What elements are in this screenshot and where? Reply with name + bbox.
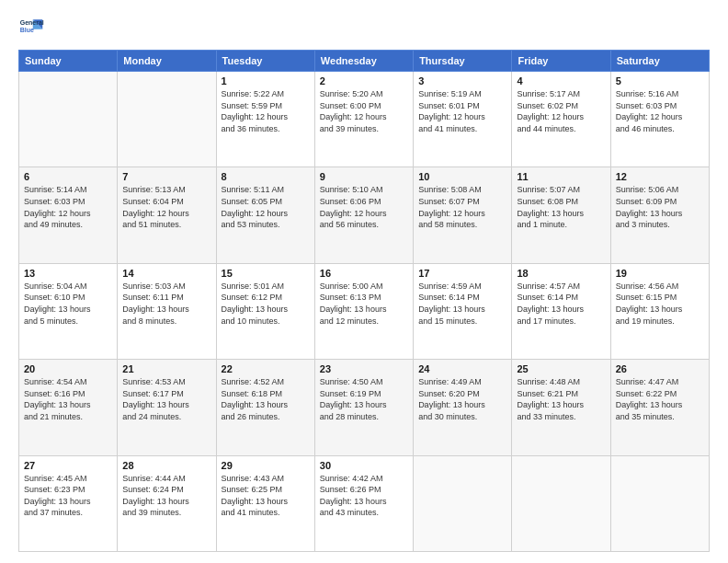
day-number: 11 [517, 171, 605, 182]
calendar-cell: 29Sunrise: 4:43 AM Sunset: 6:25 PM Dayli… [216, 455, 314, 551]
calendar-cell: 25Sunrise: 4:48 AM Sunset: 6:21 PM Dayli… [512, 360, 610, 455]
weekday-header-thursday: Thursday [414, 51, 512, 72]
weekday-header-saturday: Saturday [610, 51, 709, 72]
day-number: 7 [122, 171, 210, 182]
weekday-header-tuesday: Tuesday [216, 51, 314, 72]
day-number: 26 [616, 363, 704, 374]
day-number: 19 [616, 268, 704, 279]
svg-text:General: General [20, 19, 44, 26]
day-info: Sunrise: 5:07 AM Sunset: 6:08 PM Dayligh… [517, 184, 605, 230]
day-info: Sunrise: 4:45 AM Sunset: 6:23 PM Dayligh… [24, 473, 112, 519]
calendar-cell [118, 72, 216, 167]
calendar-cell: 22Sunrise: 4:52 AM Sunset: 6:18 PM Dayli… [216, 360, 314, 455]
day-info: Sunrise: 5:19 AM Sunset: 6:01 PM Dayligh… [418, 88, 506, 134]
day-number: 14 [122, 268, 210, 279]
calendar-cell: 2Sunrise: 5:20 AM Sunset: 6:00 PM Daylig… [314, 72, 413, 167]
day-info: Sunrise: 4:52 AM Sunset: 6:18 PM Dayligh… [222, 376, 310, 422]
day-number: 18 [517, 268, 605, 279]
day-info: Sunrise: 5:22 AM Sunset: 5:59 PM Dayligh… [222, 88, 310, 134]
day-info: Sunrise: 4:59 AM Sunset: 6:14 PM Dayligh… [418, 281, 506, 327]
calendar-cell: 18Sunrise: 4:57 AM Sunset: 6:14 PM Dayli… [512, 263, 610, 359]
header: General Blue [18, 15, 710, 40]
calendar-cell: 27Sunrise: 4:45 AM Sunset: 6:23 PM Dayli… [19, 455, 118, 551]
day-info: Sunrise: 4:42 AM Sunset: 6:26 PM Dayligh… [320, 473, 408, 519]
day-info: Sunrise: 5:16 AM Sunset: 6:03 PM Dayligh… [616, 88, 704, 134]
day-number: 21 [122, 363, 210, 374]
calendar-cell: 17Sunrise: 4:59 AM Sunset: 6:14 PM Dayli… [414, 263, 512, 359]
calendar-cell: 15Sunrise: 5:01 AM Sunset: 6:12 PM Dayli… [216, 263, 314, 359]
calendar-cell: 12Sunrise: 5:06 AM Sunset: 6:09 PM Dayli… [610, 167, 709, 263]
calendar-cell [19, 72, 118, 167]
calendar-week-row: 6Sunrise: 5:14 AM Sunset: 6:03 PM Daylig… [19, 167, 710, 263]
calendar-cell: 16Sunrise: 5:00 AM Sunset: 6:13 PM Dayli… [314, 263, 413, 359]
day-info: Sunrise: 5:20 AM Sunset: 6:00 PM Dayligh… [320, 88, 408, 134]
calendar-cell: 28Sunrise: 4:44 AM Sunset: 6:24 PM Dayli… [118, 455, 216, 551]
weekday-header-friday: Friday [512, 51, 610, 72]
calendar-cell: 8Sunrise: 5:11 AM Sunset: 6:05 PM Daylig… [216, 167, 314, 263]
calendar-cell: 11Sunrise: 5:07 AM Sunset: 6:08 PM Dayli… [512, 167, 610, 263]
calendar-cell [512, 455, 610, 551]
calendar-cell: 6Sunrise: 5:14 AM Sunset: 6:03 PM Daylig… [19, 167, 118, 263]
day-info: Sunrise: 4:49 AM Sunset: 6:20 PM Dayligh… [418, 376, 506, 422]
calendar-cell: 3Sunrise: 5:19 AM Sunset: 6:01 PM Daylig… [414, 72, 512, 167]
day-number: 16 [320, 268, 408, 279]
day-number: 25 [517, 363, 605, 374]
day-number: 27 [24, 460, 112, 471]
day-info: Sunrise: 5:08 AM Sunset: 6:07 PM Dayligh… [418, 184, 506, 230]
day-number: 1 [222, 75, 310, 86]
svg-text:Blue: Blue [20, 27, 34, 33]
day-number: 2 [320, 75, 408, 86]
day-number: 23 [320, 363, 408, 374]
weekday-header-wednesday: Wednesday [314, 51, 413, 72]
day-info: Sunrise: 4:44 AM Sunset: 6:24 PM Dayligh… [122, 473, 210, 519]
day-number: 12 [616, 171, 704, 182]
day-info: Sunrise: 5:17 AM Sunset: 6:02 PM Dayligh… [517, 88, 605, 134]
calendar-cell: 24Sunrise: 4:49 AM Sunset: 6:20 PM Dayli… [414, 360, 512, 455]
calendar-cell: 4Sunrise: 5:17 AM Sunset: 6:02 PM Daylig… [512, 72, 610, 167]
day-number: 5 [616, 75, 704, 86]
day-info: Sunrise: 5:00 AM Sunset: 6:13 PM Dayligh… [320, 281, 408, 327]
calendar-week-row: 27Sunrise: 4:45 AM Sunset: 6:23 PM Dayli… [19, 455, 710, 551]
weekday-header-monday: Monday [118, 51, 216, 72]
day-info: Sunrise: 5:10 AM Sunset: 6:06 PM Dayligh… [320, 184, 408, 230]
calendar-cell: 30Sunrise: 4:42 AM Sunset: 6:26 PM Dayli… [314, 455, 413, 551]
day-info: Sunrise: 4:47 AM Sunset: 6:22 PM Dayligh… [616, 376, 704, 422]
day-info: Sunrise: 4:54 AM Sunset: 6:16 PM Dayligh… [24, 376, 112, 422]
day-info: Sunrise: 4:56 AM Sunset: 6:15 PM Dayligh… [616, 281, 704, 327]
calendar-cell: 5Sunrise: 5:16 AM Sunset: 6:03 PM Daylig… [610, 72, 709, 167]
weekday-header-row: SundayMondayTuesdayWednesdayThursdayFrid… [19, 51, 710, 72]
calendar-cell: 7Sunrise: 5:13 AM Sunset: 6:04 PM Daylig… [118, 167, 216, 263]
calendar-cell: 13Sunrise: 5:04 AM Sunset: 6:10 PM Dayli… [19, 263, 118, 359]
day-number: 8 [222, 171, 310, 182]
calendar-cell: 26Sunrise: 4:47 AM Sunset: 6:22 PM Dayli… [610, 360, 709, 455]
day-info: Sunrise: 5:03 AM Sunset: 6:11 PM Dayligh… [122, 281, 210, 327]
calendar-cell: 23Sunrise: 4:50 AM Sunset: 6:19 PM Dayli… [314, 360, 413, 455]
logo: General Blue [18, 15, 48, 40]
day-number: 29 [222, 460, 310, 471]
logo-icon: General Blue [18, 15, 44, 40]
calendar-week-row: 1Sunrise: 5:22 AM Sunset: 5:59 PM Daylig… [19, 72, 710, 167]
day-number: 4 [517, 75, 605, 86]
day-info: Sunrise: 4:43 AM Sunset: 6:25 PM Dayligh… [222, 473, 310, 519]
calendar-cell: 10Sunrise: 5:08 AM Sunset: 6:07 PM Dayli… [414, 167, 512, 263]
calendar-cell: 1Sunrise: 5:22 AM Sunset: 5:59 PM Daylig… [216, 72, 314, 167]
calendar-cell: 9Sunrise: 5:10 AM Sunset: 6:06 PM Daylig… [314, 167, 413, 263]
day-number: 24 [418, 363, 506, 374]
day-number: 15 [222, 268, 310, 279]
day-number: 13 [24, 268, 112, 279]
day-info: Sunrise: 5:01 AM Sunset: 6:12 PM Dayligh… [222, 281, 310, 327]
calendar-cell: 21Sunrise: 4:53 AM Sunset: 6:17 PM Dayli… [118, 360, 216, 455]
calendar-week-row: 13Sunrise: 5:04 AM Sunset: 6:10 PM Dayli… [19, 263, 710, 359]
day-number: 22 [222, 363, 310, 374]
page: General Blue SundayMondayTuesdayWednesda… [0, 0, 728, 563]
day-info: Sunrise: 4:48 AM Sunset: 6:21 PM Dayligh… [517, 376, 605, 422]
day-number: 17 [418, 268, 506, 279]
calendar-cell: 14Sunrise: 5:03 AM Sunset: 6:11 PM Dayli… [118, 263, 216, 359]
day-number: 20 [24, 363, 112, 374]
calendar-cell: 19Sunrise: 4:56 AM Sunset: 6:15 PM Dayli… [610, 263, 709, 359]
calendar-cell [610, 455, 709, 551]
day-number: 6 [24, 171, 112, 182]
weekday-header-sunday: Sunday [19, 51, 118, 72]
calendar-cell [414, 455, 512, 551]
day-info: Sunrise: 5:11 AM Sunset: 6:05 PM Dayligh… [222, 184, 310, 230]
